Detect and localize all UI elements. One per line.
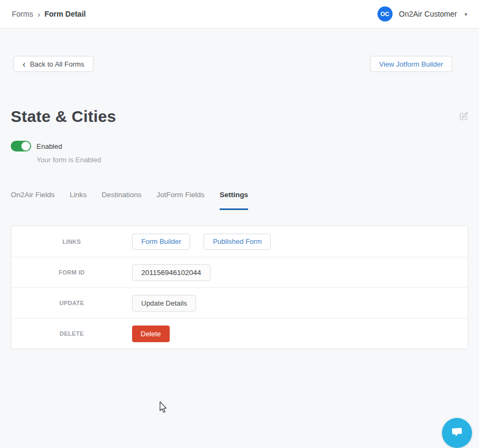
chevron-left-icon: ‹ [23, 60, 26, 69]
tab-jotform-fields[interactable]: JotForm Fields [157, 191, 205, 210]
tab-destinations[interactable]: Destinations [101, 191, 141, 210]
title-row: State & Cities [0, 107, 479, 126]
published-form-button[interactable]: Published Form [204, 234, 271, 250]
delete-button[interactable]: Delete [132, 326, 170, 342]
chevron-down-icon[interactable]: ▾ [465, 11, 467, 17]
links-row: LINKS Form Builder Published Form [11, 226, 468, 257]
breadcrumb: Forms › Form Detail [12, 10, 86, 19]
status-help-text: Your form is Enabled [37, 156, 101, 164]
update-row: UPDATE Update Details [11, 287, 468, 318]
status-row: Enabled Your form is Enabled [0, 141, 479, 164]
breadcrumb-separator-icon: › [38, 10, 40, 19]
form-id-row: FORM ID 201156946102044 [11, 257, 468, 287]
delete-row: DELETE Delete [11, 318, 468, 349]
toggle-knob [21, 141, 31, 151]
toolbar-row: ‹ Back to All Forms View Jotform Builder [0, 56, 479, 72]
update-details-button[interactable]: Update Details [132, 295, 196, 312]
chat-widget-button[interactable] [442, 418, 472, 448]
tab-settings[interactable]: Settings [220, 191, 248, 210]
update-row-label: UPDATE [11, 300, 132, 306]
links-row-label: LINKS [11, 239, 132, 245]
form-id-row-label: FORM ID [11, 269, 132, 276]
edit-title-icon[interactable] [459, 112, 468, 123]
tab-on2air-fields[interactable]: On2Air Fields [11, 191, 55, 210]
form-id-value: 201156946102044 [132, 264, 211, 281]
view-jotform-builder-button[interactable]: View Jotform Builder [370, 56, 452, 72]
back-button-label: Back to All Forms [30, 60, 84, 68]
mouse-cursor-icon [159, 401, 168, 417]
page-title: State & Cities [11, 107, 116, 126]
status-texts: Enabled Your form is Enabled [37, 141, 101, 164]
avatar[interactable]: OC [378, 6, 393, 21]
form-builder-button[interactable]: Form Builder [132, 234, 190, 250]
user-menu[interactable]: OC On2Air Customer ▾ [378, 6, 467, 21]
settings-panel: LINKS Form Builder Published Form FORM I… [11, 226, 468, 349]
breadcrumb-forms-link[interactable]: Forms [12, 10, 33, 18]
user-name: On2Air Customer [399, 10, 457, 18]
chat-bubble-icon [450, 425, 464, 440]
status-label: Enabled [37, 142, 101, 150]
enabled-toggle[interactable] [11, 141, 31, 151]
back-to-all-forms-button[interactable]: ‹ Back to All Forms [13, 56, 93, 72]
top-bar: Forms › Form Detail OC On2Air Customer ▾ [0, 0, 479, 28]
breadcrumb-current: Form Detail [45, 10, 86, 18]
delete-row-label: DELETE [11, 330, 132, 337]
tab-links[interactable]: Links [70, 191, 87, 210]
tab-bar: On2Air Fields Links Destinations JotForm… [0, 191, 479, 210]
